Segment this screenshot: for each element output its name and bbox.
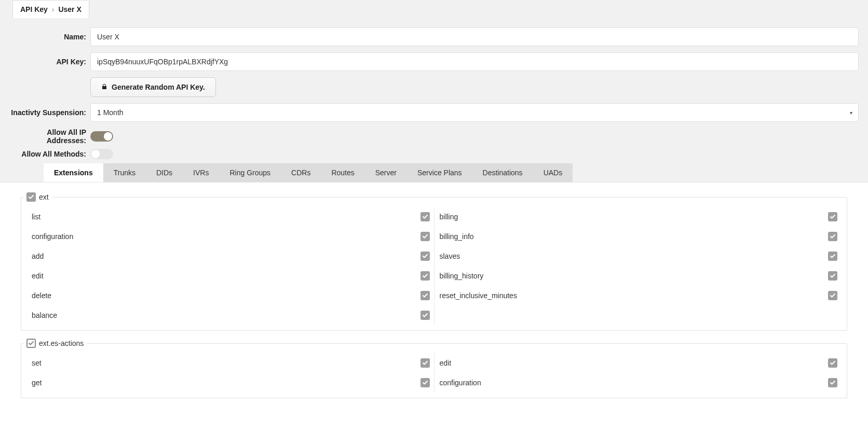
tab-dids[interactable]: DIDs xyxy=(146,163,183,182)
permission-label: billing xyxy=(439,213,458,221)
tab-ring-groups[interactable]: Ring Groups xyxy=(219,163,281,182)
tab-extensions[interactable]: Extensions xyxy=(44,163,103,182)
permission-row: billing_history xyxy=(437,266,840,286)
permission-checkbox[interactable] xyxy=(828,358,837,368)
group-ext-title: ext xyxy=(39,193,49,201)
breadcrumb: API Key › User X xyxy=(12,0,89,18)
permission-row: billing_info xyxy=(437,227,840,246)
tab-trunks[interactable]: Trunks xyxy=(103,163,146,182)
permission-checkbox[interactable] xyxy=(421,378,430,387)
permission-row: delete xyxy=(29,286,432,305)
permission-label: list xyxy=(31,213,40,221)
permission-checkbox[interactable] xyxy=(421,291,430,300)
permission-label: slaves xyxy=(439,252,460,260)
apikey-label: API Key: xyxy=(9,58,90,66)
permission-label: delete xyxy=(31,291,51,300)
permission-label: edit xyxy=(31,272,44,280)
group-esactions-title: ext.es-actions xyxy=(39,339,84,347)
permission-label: configuration xyxy=(439,379,481,387)
permission-row: balance xyxy=(29,305,432,325)
permission-label: reset_inclusive_minutes xyxy=(439,291,517,300)
permission-checkbox[interactable] xyxy=(421,212,430,221)
tab-ivrs[interactable]: IVRs xyxy=(183,163,219,182)
permission-label: configuration xyxy=(31,232,73,241)
permission-checkbox[interactable] xyxy=(828,232,837,241)
permission-label: set xyxy=(31,359,42,367)
name-label: Name: xyxy=(9,33,90,41)
permission-row: reset_inclusive_minutes xyxy=(437,286,840,305)
permission-label: get xyxy=(31,379,42,387)
allow-methods-label: Allow All Methods: xyxy=(9,150,90,158)
breadcrumb-separator: › xyxy=(50,5,57,13)
permission-label: edit xyxy=(439,359,452,367)
group-ext-checkbox[interactable] xyxy=(26,192,36,202)
permission-checkbox[interactable] xyxy=(421,252,430,261)
permission-checkbox[interactable] xyxy=(828,291,837,300)
generate-apikey-button[interactable]: Generate Random API Key. xyxy=(90,77,216,97)
permission-checkbox[interactable] xyxy=(421,358,430,368)
permission-label: add xyxy=(31,252,44,260)
tab-uads[interactable]: UADs xyxy=(533,163,573,182)
apikey-input[interactable] xyxy=(90,52,859,71)
permission-checkbox[interactable] xyxy=(828,252,837,261)
permission-row: configuration xyxy=(437,373,840,393)
permission-group-esactions: ext.es-actions setget editconfiguration xyxy=(21,343,847,398)
permission-label: balance xyxy=(31,311,57,319)
permission-label: billing_history xyxy=(439,272,484,280)
permission-row: get xyxy=(29,373,432,393)
allow-methods-toggle[interactable] xyxy=(90,149,113,159)
allow-ip-toggle[interactable] xyxy=(90,131,113,142)
inactivity-select[interactable]: 1 Month xyxy=(90,103,859,122)
permission-checkbox[interactable] xyxy=(421,271,430,281)
tab-cdrs[interactable]: CDRs xyxy=(281,163,321,182)
permission-checkbox[interactable] xyxy=(828,212,837,221)
permission-row: add xyxy=(29,246,432,266)
permission-group-ext: ext listconfigurationaddeditdeletebalanc… xyxy=(21,197,847,331)
breadcrumb-root[interactable]: API Key xyxy=(20,5,48,13)
name-input[interactable] xyxy=(90,27,859,46)
permission-row: billing xyxy=(437,207,840,227)
permission-checkbox[interactable] xyxy=(421,232,430,241)
tab-service-plans[interactable]: Service Plans xyxy=(407,163,472,182)
tab-destinations[interactable]: Destinations xyxy=(472,163,533,182)
permission-row: set xyxy=(29,353,432,373)
inactivity-label: Inactivty Suspension: xyxy=(9,108,90,117)
permission-checkbox[interactable] xyxy=(421,311,430,320)
tabs: Extensions Trunks DIDs IVRs Ring Groups … xyxy=(44,163,573,182)
permission-label: billing_info xyxy=(439,232,474,241)
tab-server[interactable]: Server xyxy=(365,163,407,182)
permission-row: list xyxy=(29,207,432,227)
tab-routes[interactable]: Routes xyxy=(321,163,364,182)
lock-icon xyxy=(101,83,107,91)
permission-row: edit xyxy=(29,266,432,286)
breadcrumb-leaf: User X xyxy=(58,5,81,13)
permission-row: configuration xyxy=(29,227,432,246)
permission-row: slaves xyxy=(437,246,840,266)
permission-row: edit xyxy=(437,353,840,373)
permission-checkbox[interactable] xyxy=(828,378,837,387)
group-esactions-checkbox[interactable] xyxy=(26,339,36,348)
generate-apikey-label: Generate Random API Key. xyxy=(112,83,205,91)
allow-ip-label: Allow All IP Addresses: xyxy=(9,128,90,145)
permission-checkbox[interactable] xyxy=(828,271,837,281)
